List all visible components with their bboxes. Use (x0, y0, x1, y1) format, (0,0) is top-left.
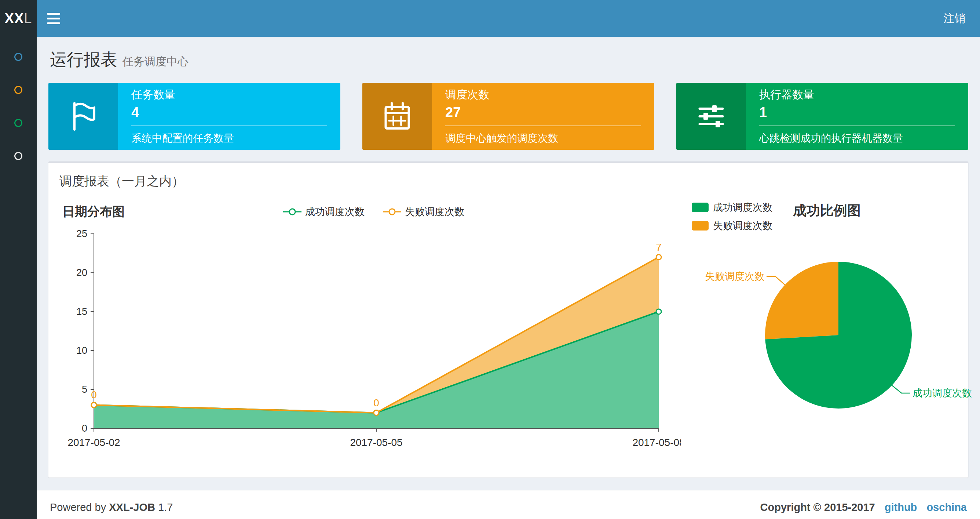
legend-item-fail[interactable]: 失败调度次数 (692, 219, 772, 232)
point-label: 0 (373, 397, 379, 409)
info-box-description: 系统中配置的任务数量 (131, 131, 327, 145)
info-box-value: 27 (445, 105, 641, 120)
circle-icon (14, 119, 22, 127)
top-navbar: XXL 注销 (0, 0, 980, 37)
svg-text:25: 25 (76, 228, 87, 239)
github-link[interactable]: github (885, 501, 917, 513)
success-callout-line (892, 385, 910, 393)
legend-label: 成功调度次数 (713, 201, 772, 214)
page-footer: Powered by XXL-JOB 1.7 Copyright © 2015-… (37, 490, 980, 519)
report-panel: 调度报表（一月之内） 日期分布图 成功调度次数 (48, 161, 968, 477)
copyright-text: Copyright © 2015-2017 (760, 501, 875, 513)
line-circle-marker-icon (382, 208, 402, 216)
pie-chart-legend: 成功调度次数 失败调度次数 (692, 201, 772, 232)
pie-slice-1 (765, 262, 838, 340)
powered-by: Powered by XXL-JOB 1.7 (50, 501, 173, 514)
copyright-area: Copyright © 2015-2017 github oschina (760, 501, 967, 514)
calendar-icon (363, 83, 432, 150)
info-box-title: 任务数量 (131, 87, 327, 102)
flag-icon (48, 83, 118, 150)
divider (445, 126, 641, 126)
legend-item-success[interactable]: 成功调度次数 (692, 201, 772, 214)
circle-icon (14, 152, 22, 160)
success-ratio-chart: 失败调度次数 成功调度次数 (692, 232, 980, 442)
page-header: 运行报表任务调度中心 (37, 37, 980, 73)
main-content: 运行报表任务调度中心 任务数量 4 系统中配置的任务数量 (37, 37, 980, 519)
summary-boxes-row: 任务数量 4 系统中配置的任务数量 (37, 73, 980, 159)
date-distribution-chart: 05101520252017-05-022017-05-052017-05-08… (57, 223, 681, 465)
divider (759, 126, 955, 126)
sidebar-item-3[interactable] (0, 107, 37, 139)
hamburger-icon (47, 18, 60, 19)
sidebar-item-2[interactable] (0, 73, 37, 107)
product-name: XXL-JOB (109, 501, 155, 513)
info-box-description: 调度中心触发的调度次数 (445, 131, 641, 145)
info-box-title: 调度次数 (445, 87, 641, 102)
divider (131, 126, 327, 126)
app-logo[interactable]: XXL (0, 0, 37, 37)
legend-label: 失败调度次数 (405, 205, 465, 219)
fail-point (91, 402, 97, 407)
powered-prefix: Powered by (50, 501, 106, 513)
svg-text:2017-05-08: 2017-05-08 (632, 437, 681, 448)
legend-swatch (692, 221, 709, 230)
hamburger-icon (47, 13, 60, 15)
info-box-content: 调度次数 27 调度中心触发的调度次数 (432, 83, 654, 150)
x-axis-labels: 2017-05-022017-05-052017-05-08 (67, 437, 681, 448)
point-label: 0 (91, 389, 97, 401)
sidebar-item-4[interactable] (0, 139, 37, 172)
fail-point (656, 255, 661, 260)
legend-label: 失败调度次数 (713, 219, 772, 232)
legend-item-fail[interactable]: 失败调度次数 (382, 205, 465, 219)
svg-text:5: 5 (82, 384, 87, 395)
line-chart-title: 日期分布图 (57, 203, 125, 220)
date-distribution-block: 日期分布图 成功调度次数 (57, 201, 688, 466)
logo-text-bold: XX (5, 11, 24, 26)
y-axis-labels: 0510152025 (76, 228, 87, 434)
success-callout-label: 成功调度次数 (913, 388, 972, 399)
info-box-executor-count: 执行器数量 1 心跳检测成功的执行器机器数量 (676, 83, 968, 150)
info-box-description: 心跳检测成功的执行器机器数量 (759, 131, 955, 145)
info-box-value: 1 (759, 105, 955, 120)
legend-item-success[interactable]: 成功调度次数 (282, 205, 364, 219)
page-subtitle: 任务调度中心 (123, 56, 189, 67)
info-box-content: 执行器数量 1 心跳检测成功的执行器机器数量 (746, 83, 968, 150)
svg-text:15: 15 (76, 306, 87, 317)
sidebar-item-1[interactable] (0, 40, 37, 73)
svg-text:2017-05-05: 2017-05-05 (350, 437, 402, 448)
legend-swatch (692, 203, 709, 212)
product-version: 1.7 (158, 501, 173, 513)
pie-chart-title: 成功比例图 (793, 201, 861, 220)
fail-callout-label: 失败调度次数 (705, 271, 764, 282)
oschina-link[interactable]: oschina (926, 501, 967, 513)
info-box-title: 执行器数量 (759, 87, 955, 102)
line-circle-marker-icon (282, 208, 302, 216)
report-panel-body: 日期分布图 成功调度次数 (48, 197, 968, 477)
success-point (656, 309, 661, 314)
legend-label: 成功调度次数 (305, 205, 364, 219)
svg-text:20: 20 (76, 267, 87, 278)
sliders-icon (676, 83, 746, 150)
fail-point (374, 410, 379, 415)
success-ratio-block: 成功调度次数 失败调度次数 成功比例图 失败调度次数 (688, 201, 980, 466)
sidebar-toggle-button[interactable] (37, 0, 70, 37)
fail-callout-line (767, 276, 785, 285)
page-title: 运行报表 (50, 50, 118, 69)
logo-text-light: L (24, 11, 32, 26)
hamburger-icon (47, 22, 60, 24)
circle-icon (14, 53, 22, 61)
info-box-value: 4 (131, 105, 327, 120)
sidebar-nav (0, 37, 37, 519)
circle-icon (14, 86, 22, 94)
info-box-content: 任务数量 4 系统中配置的任务数量 (118, 83, 340, 150)
info-box-job-count: 任务数量 4 系统中配置的任务数量 (48, 83, 340, 150)
svg-text:0: 0 (82, 423, 87, 434)
line-chart-legend: 成功调度次数 失败调度次数 (125, 205, 622, 219)
svg-text:2017-05-02: 2017-05-02 (67, 437, 120, 448)
point-label: 7 (656, 241, 662, 253)
report-panel-title: 调度报表（一月之内） (48, 163, 968, 197)
logout-link[interactable]: 注销 (929, 0, 980, 37)
info-box-trigger-count: 调度次数 27 调度中心触发的调度次数 (363, 83, 654, 150)
svg-text:10: 10 (76, 345, 87, 356)
